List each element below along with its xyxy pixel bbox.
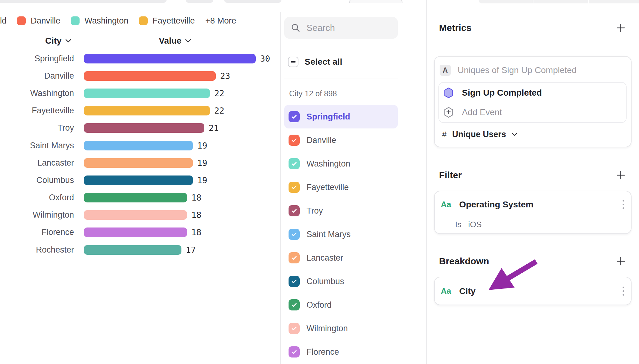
search-box[interactable]: [284, 17, 398, 39]
city-name: Oxford: [306, 300, 332, 310]
city-name: Lancaster: [306, 253, 343, 263]
city-checkbox[interactable]: [289, 205, 300, 216]
bar[interactable]: [84, 158, 193, 168]
bar-value-label: 18: [191, 228, 202, 237]
city-name: Wilmington: [306, 324, 348, 333]
city-checkbox[interactable]: [289, 252, 300, 263]
legend-color-chip: [17, 16, 26, 25]
bar[interactable]: [84, 245, 181, 255]
tab-fragment: [224, 0, 281, 3]
bar[interactable]: [84, 89, 210, 98]
indeterminate-icon: [291, 61, 296, 63]
legend-item[interactable]: Danville: [17, 16, 60, 26]
bar-row: Fayetteville22: [0, 102, 280, 119]
city-checkbox[interactable]: [289, 276, 300, 287]
filter-value[interactable]: iOS: [468, 220, 481, 229]
select-all-checkbox[interactable]: [288, 57, 298, 67]
bar[interactable]: [84, 193, 187, 202]
city-name: Florence: [306, 347, 339, 357]
city-checkbox[interactable]: [289, 229, 300, 240]
bar[interactable]: [84, 228, 187, 237]
legend-item[interactable]: Washington: [71, 16, 128, 26]
bar-value-label: 19: [197, 158, 207, 168]
filter-options-button[interactable]: [621, 199, 625, 210]
filter-title: Filter: [439, 170, 462, 180]
city-list-item[interactable]: Saint Marys: [284, 223, 398, 246]
active-tab-fragment[interactable]: [349, 0, 402, 3]
add-breakdown-button[interactable]: [615, 256, 626, 266]
bar-row: Troy21: [0, 119, 280, 137]
city-checkbox[interactable]: [289, 323, 300, 334]
city-name: Springfield: [306, 112, 350, 122]
search-icon: [291, 23, 300, 32]
city-name: Washington: [306, 159, 350, 169]
city-list-item[interactable]: Danville: [284, 128, 398, 152]
bar-row: Lancaster19: [0, 154, 280, 171]
chevron-down-icon: [65, 39, 71, 43]
add-filter-button[interactable]: [615, 170, 626, 180]
bar-value-label: 18: [191, 193, 202, 202]
city-list-item[interactable]: Oxford: [284, 293, 398, 317]
add-event-row[interactable]: Add Event: [443, 106, 502, 119]
bar-value-label: 19: [197, 176, 207, 185]
bar-row: Rochester17: [0, 241, 280, 258]
city-list-item[interactable]: Fayetteville: [284, 176, 398, 199]
city-checkbox[interactable]: [289, 346, 300, 358]
bar[interactable]: [84, 141, 193, 150]
bar[interactable]: [84, 106, 210, 115]
city-checkbox[interactable]: [289, 158, 300, 169]
breakdown-property[interactable]: City: [459, 286, 613, 296]
city-list-item[interactable]: Columbus: [284, 270, 398, 293]
legend-more-label[interactable]: +8 More: [205, 16, 236, 26]
check-icon: [291, 184, 298, 191]
bar-value-label: 19: [197, 141, 207, 150]
check-icon: [291, 349, 298, 355]
plus-icon: [616, 257, 625, 266]
city-checkbox[interactable]: [289, 182, 300, 193]
view-toggle-fragment[interactable]: [479, 0, 639, 3]
plus-icon: [616, 171, 625, 180]
sort-header-value[interactable]: Value: [159, 36, 191, 46]
city-list-item[interactable]: Troy: [284, 199, 398, 223]
breakdown-title: Breakdown: [439, 256, 489, 266]
metric-formula-row[interactable]: A Uniques of Sign Up Completed: [440, 65, 576, 76]
city-list-item[interactable]: Washington: [284, 152, 398, 176]
city-name: Fayetteville: [306, 183, 349, 192]
legend-item-truncated[interactable]: ld: [0, 16, 7, 26]
bar[interactable]: [84, 123, 204, 133]
legend-item[interactable]: Fayetteville: [139, 16, 195, 26]
add-metric-button[interactable]: [615, 23, 626, 33]
breakdown-options-button[interactable]: [621, 285, 625, 297]
bar[interactable]: [84, 71, 216, 81]
measure-selector[interactable]: # Unique Users: [442, 130, 517, 139]
bar[interactable]: [84, 54, 256, 63]
event-row[interactable]: Sign Up Completed: [443, 87, 542, 99]
bar[interactable]: [84, 176, 193, 185]
city-list-item[interactable]: Lancaster: [284, 246, 398, 270]
event-hexagon-icon: [443, 87, 454, 99]
bar-category-label: Washington: [0, 89, 74, 98]
city-checkbox[interactable]: [289, 135, 300, 146]
sort-header-city[interactable]: City: [45, 36, 71, 46]
city-name: Troy: [306, 206, 323, 216]
add-event-label: Add Event: [462, 107, 502, 117]
city-checkbox[interactable]: [289, 111, 300, 122]
select-all-row[interactable]: Select all: [288, 57, 342, 67]
panel-divider: [426, 0, 427, 364]
city-list-item[interactable]: Florence: [284, 340, 398, 364]
filter-property[interactable]: Operating System: [459, 200, 613, 210]
city-list-item[interactable]: Springfield: [284, 105, 398, 128]
breakdown-card: Aa City: [434, 277, 632, 305]
measure-label: Unique Users: [452, 130, 506, 139]
hash-icon: #: [442, 130, 446, 139]
bar-value-label: 23: [220, 71, 230, 81]
bar[interactable]: [84, 210, 187, 220]
filter-operator[interactable]: Is: [455, 220, 461, 229]
legend-color-chip: [139, 16, 148, 25]
bar-category-label: Florence: [0, 228, 74, 237]
select-all-label: Select all: [305, 57, 342, 67]
event-name: Sign Up Completed: [462, 88, 542, 98]
city-checkbox[interactable]: [289, 299, 300, 310]
search-input[interactable]: [306, 23, 388, 33]
city-list-item[interactable]: Wilmington: [284, 317, 398, 340]
